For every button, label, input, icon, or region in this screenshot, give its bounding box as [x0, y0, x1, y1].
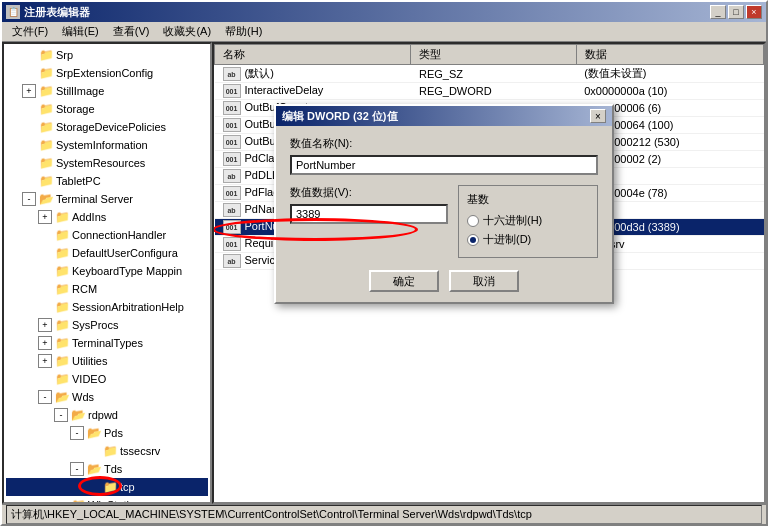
tree-item-tds[interactable]: - 📂 Tds [6, 460, 208, 478]
close-button[interactable]: × [746, 5, 762, 19]
dialog-data-label: 数值数据(V): [290, 185, 448, 200]
tree-item-pds[interactable]: - 📂 Pds [6, 424, 208, 442]
tree-item-tcp[interactable]: 📁 tcp [6, 478, 208, 496]
menu-favorites[interactable]: 收藏夹(A) [157, 23, 217, 40]
tree-item-session[interactable]: 📁 SessionArbitrationHelp [6, 298, 208, 316]
folder-icon: 📁 [38, 138, 54, 152]
tree-label: rdpwd [88, 407, 118, 423]
expand-icon[interactable]: - [70, 462, 84, 476]
tree-label: ConnectionHandler [72, 227, 166, 243]
expand-icon[interactable]: + [38, 210, 52, 224]
dialog-overlay: 编辑 DWORD (32 位)值 × 数值名称(N): 数值数据(V): [214, 44, 764, 502]
radio-decimal[interactable]: 十进制(D) [467, 232, 589, 247]
tree-label: tcp [120, 479, 135, 495]
folder-icon: 📂 [38, 192, 54, 206]
expand-icon[interactable]: - [54, 408, 68, 422]
tree-label: KeyboardType Mappin [72, 263, 182, 279]
tree-item-winstation[interactable]: 📁 WinStation... [6, 496, 208, 504]
dialog-titlebar: 编辑 DWORD (32 位)值 × [276, 106, 612, 126]
tree-label: Storage [56, 101, 95, 117]
dialog-cancel-button[interactable]: 取消 [449, 270, 519, 292]
tree-label: tssecsrv [120, 443, 160, 459]
menu-help[interactable]: 帮助(H) [219, 23, 268, 40]
expand-icon[interactable]: - [38, 390, 52, 404]
dialog-body: 数值名称(N): 数值数据(V): 基数 十六进制( [276, 126, 612, 302]
tree-label: Terminal Server [56, 191, 133, 207]
tree-item-stillimage[interactable]: + 📁 StillImage [6, 82, 208, 100]
expand-icon[interactable]: + [22, 84, 36, 98]
dialog-close-button[interactable]: × [590, 109, 606, 123]
tree-label: StorageDevicePolicies [56, 119, 166, 135]
folder-icon: 📁 [54, 246, 70, 260]
tree-item-sysinfo[interactable]: 📁 SystemInformation [6, 136, 208, 154]
minimize-button[interactable]: _ [710, 5, 726, 19]
dialog-data-input[interactable] [290, 204, 448, 224]
expand-icon[interactable]: + [38, 318, 52, 332]
tree-item-rdpwd[interactable]: - 📂 rdpwd [6, 406, 208, 424]
dialog-name-input[interactable] [290, 155, 598, 175]
radio-hex[interactable]: 十六进制(H) [467, 213, 589, 228]
tree-label: SysProcs [72, 317, 118, 333]
tree-label: SessionArbitrationHelp [72, 299, 184, 315]
maximize-button[interactable]: □ [728, 5, 744, 19]
folder-icon: 📁 [54, 264, 70, 278]
tree-label: TerminalTypes [72, 335, 143, 351]
tree-item-sysres[interactable]: 📁 SystemResources [6, 154, 208, 172]
radio-hex-circle[interactable] [467, 215, 479, 227]
dialog-value-section: 数值数据(V): [290, 185, 448, 234]
tree-label: Tds [104, 461, 122, 477]
tree-label: SystemInformation [56, 137, 148, 153]
expand-icon[interactable]: + [38, 354, 52, 368]
tree-panel[interactable]: 📁 Srp 📁 SrpExtensionConfig + 📁 StillImag… [2, 42, 212, 504]
tree-item-addins[interactable]: + 📁 AddIns [6, 208, 208, 226]
tree-item-sysprocs[interactable]: + 📁 SysProcs [6, 316, 208, 334]
dialog-ok-button[interactable]: 确定 [369, 270, 439, 292]
folder-icon: 📁 [54, 300, 70, 314]
tree-item-storage[interactable]: 📁 Storage [6, 100, 208, 118]
tree-item-srp[interactable]: 📁 Srp [6, 46, 208, 64]
folder-icon: 📂 [86, 462, 102, 476]
folder-icon: 📁 [102, 480, 118, 494]
tree-label: StillImage [56, 83, 104, 99]
edit-dword-dialog: 编辑 DWORD (32 位)值 × 数值名称(N): 数值数据(V): [274, 104, 614, 304]
tree-item-storagepolicies[interactable]: 📁 StorageDevicePolicies [6, 118, 208, 136]
tree-item-rcm[interactable]: 📁 RCM [6, 280, 208, 298]
menu-edit[interactable]: 编辑(E) [56, 23, 105, 40]
tree-item-terminaltypes[interactable]: + 📁 TerminalTypes [6, 334, 208, 352]
status-text: 计算机\HKEY_LOCAL_MACHINE\SYSTEM\CurrentCon… [6, 505, 762, 524]
folder-icon: 📁 [38, 120, 54, 134]
radio-decimal-label: 十进制(D) [483, 232, 531, 247]
folder-icon: 📁 [38, 48, 54, 62]
tree-item-srpext[interactable]: 📁 SrpExtensionConfig [6, 64, 208, 82]
expand-icon[interactable]: - [70, 426, 84, 440]
titlebar-buttons: _ □ × [710, 5, 762, 19]
tree-item-terminalserver[interactable]: - 📂 Terminal Server [6, 190, 208, 208]
folder-icon: 📁 [38, 156, 54, 170]
radio-decimal-circle[interactable] [467, 234, 479, 246]
menu-file[interactable]: 文件(F) [6, 23, 54, 40]
tree-item-connhandler[interactable]: 📁 ConnectionHandler [6, 226, 208, 244]
main-window: 📋 注册表编辑器 _ □ × 文件(F) 编辑(E) 查看(V) 收藏夹(A) … [0, 0, 768, 526]
tree-item-keyboard[interactable]: 📁 KeyboardType Mappin [6, 262, 208, 280]
tree-item-wds[interactable]: - 📂 Wds [6, 388, 208, 406]
folder-icon: 📂 [54, 390, 70, 404]
tree-label: Srp [56, 47, 73, 63]
expand-icon[interactable]: - [22, 192, 36, 206]
tree-item-video[interactable]: 📁 VIDEO [6, 370, 208, 388]
tree-label: WinStation... [88, 497, 150, 504]
folder-icon: 📁 [54, 372, 70, 386]
folder-icon: 📁 [38, 66, 54, 80]
tree-item-tssecsrv[interactable]: 📁 tssecsrv [6, 442, 208, 460]
folder-icon: 📂 [70, 408, 86, 422]
tree-item-utilities[interactable]: + 📁 Utilities [6, 352, 208, 370]
tree-item-defaultuser[interactable]: 📁 DefaultUserConfigura [6, 244, 208, 262]
folder-icon: 📁 [38, 84, 54, 98]
tree-label: Pds [104, 425, 123, 441]
registry-panel: 名称 类型 数据 ab(默认)REG_SZ(数值未设置)001Interacti… [212, 42, 766, 504]
expand-icon[interactable]: + [38, 336, 52, 350]
statusbar: 计算机\HKEY_LOCAL_MACHINE\SYSTEM\CurrentCon… [2, 504, 766, 524]
menu-view[interactable]: 查看(V) [107, 23, 156, 40]
main-content: 📁 Srp 📁 SrpExtensionConfig + 📁 StillImag… [2, 42, 766, 504]
tree-item-tabletpc[interactable]: 📁 TabletPC [6, 172, 208, 190]
folder-icon: 📁 [38, 102, 54, 116]
